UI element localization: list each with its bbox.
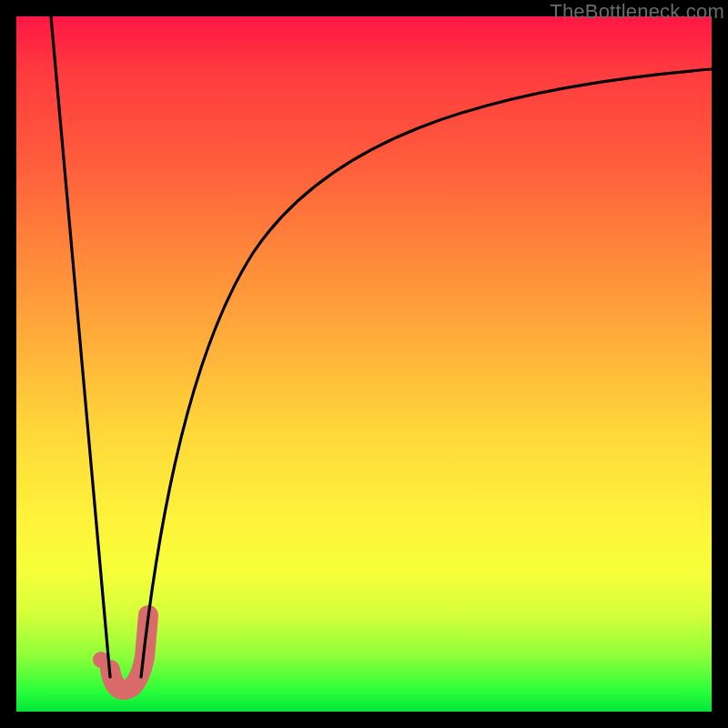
curve-layer: [16, 16, 712, 712]
watermark-text: TheBottleneck.com: [550, 0, 724, 24]
chart-frame: TheBottleneck.com: [0, 0, 728, 728]
right-asymptote-line: [141, 69, 712, 677]
plot-area: [16, 16, 712, 712]
left-descent-line: [51, 16, 110, 677]
